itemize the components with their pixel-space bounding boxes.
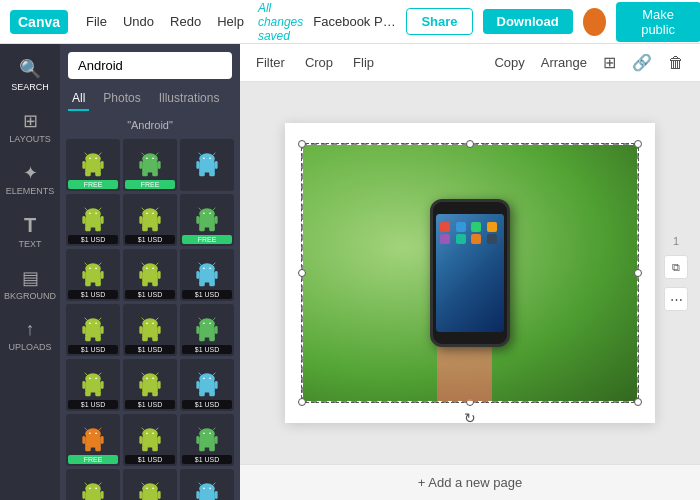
- svg-point-146: [203, 377, 205, 379]
- make-public-button[interactable]: Make public: [616, 2, 700, 42]
- nav-file[interactable]: File: [86, 14, 107, 29]
- search-input[interactable]: [68, 52, 232, 79]
- grid-item[interactable]: $1 USD: [66, 194, 120, 246]
- tab-all[interactable]: All: [68, 87, 89, 111]
- grid-item[interactable]: $1 USD: [66, 249, 120, 301]
- trash-icon[interactable]: 🗑: [668, 54, 684, 72]
- sidebar-item-text[interactable]: T TEXT: [4, 208, 56, 255]
- download-button[interactable]: Download: [483, 9, 573, 34]
- item-badge: $1 USD: [182, 455, 232, 464]
- grid-item[interactable]: FREE: [66, 139, 120, 191]
- svg-rect-201: [199, 491, 215, 500]
- duplicate-page-button[interactable]: ⧉: [664, 255, 688, 279]
- svg-rect-111: [199, 326, 215, 338]
- grid-item[interactable]: $1 USD: [180, 414, 234, 466]
- svg-point-66: [89, 267, 91, 269]
- rotate-handle[interactable]: ↻: [464, 410, 476, 426]
- svg-rect-125: [95, 391, 101, 396]
- svg-rect-91: [85, 326, 101, 338]
- nav-undo[interactable]: Undo: [123, 14, 154, 29]
- grid-item[interactable]: $1 USD: [123, 414, 177, 466]
- search-icon: 🔍: [19, 58, 41, 80]
- svg-rect-84: [199, 281, 205, 286]
- svg-line-98: [85, 318, 88, 321]
- sidebar-item-layouts[interactable]: ⊞ LAYOUTS: [4, 104, 56, 150]
- grid-item[interactable]: $1 USD: [123, 249, 177, 301]
- toolbar-right: Copy Arrange ⊞ 🔗 🗑: [494, 53, 684, 72]
- svg-line-89: [213, 263, 216, 266]
- svg-rect-152: [82, 436, 85, 444]
- toolbar-arrange[interactable]: Arrange: [541, 55, 587, 70]
- toolbar-filter[interactable]: Filter: [256, 55, 285, 70]
- grid-item[interactable]: FREE: [123, 139, 177, 191]
- canvas-image[interactable]: [301, 143, 639, 403]
- grid-item[interactable]: $1 USD: [180, 359, 234, 411]
- svg-rect-4: [85, 171, 91, 176]
- grid-icon[interactable]: ⊞: [603, 53, 616, 72]
- sidebar-item-uploads[interactable]: ↑ UPLOADS: [4, 313, 56, 358]
- android-svg: [136, 316, 164, 344]
- sidebar-label-background: BKGROUND: [4, 291, 56, 301]
- svg-rect-93: [101, 326, 104, 334]
- avatar[interactable]: [583, 8, 606, 36]
- link-icon[interactable]: 🔗: [632, 53, 652, 72]
- doc-title[interactable]: Facebook Post ...: [313, 14, 396, 29]
- add-page-bar: + Add a new page: [240, 464, 700, 500]
- sidebar-item-elements[interactable]: ✦ ELEMENTS: [4, 156, 56, 202]
- android-svg: [79, 151, 107, 179]
- grid-item[interactable]: FREE: [66, 414, 120, 466]
- svg-rect-51: [199, 216, 215, 228]
- grid-item[interactable]: $1 USD: [66, 304, 120, 356]
- svg-line-49: [156, 208, 159, 211]
- svg-rect-162: [139, 436, 142, 444]
- grid-item[interactable]: $1 USD: [66, 469, 120, 500]
- grid-item[interactable]: $1 USD: [180, 304, 234, 356]
- svg-line-189: [99, 483, 102, 486]
- svg-rect-61: [85, 271, 101, 283]
- svg-rect-35: [95, 226, 101, 231]
- svg-rect-2: [82, 161, 85, 169]
- tab-photos[interactable]: Photos: [99, 87, 144, 111]
- brand-logo[interactable]: Canva: [10, 10, 68, 34]
- android-svg: [193, 426, 221, 454]
- svg-line-168: [142, 428, 145, 431]
- android-svg: [79, 426, 107, 454]
- svg-rect-14: [142, 171, 148, 176]
- elements-icon: ✦: [23, 162, 38, 184]
- sidebar-item-search[interactable]: 🔍 SEARCH: [4, 52, 56, 98]
- toolbar-flip[interactable]: Flip: [353, 55, 374, 70]
- grid-item[interactable]: $1 USD: [66, 359, 120, 411]
- grid-item[interactable]: $1 USD: [123, 194, 177, 246]
- svg-line-149: [213, 373, 216, 376]
- svg-line-109: [156, 318, 159, 321]
- share-button[interactable]: Share: [406, 8, 472, 35]
- grid-item[interactable]: $1 USD: [123, 359, 177, 411]
- grid-item[interactable]: $1 USD: [180, 249, 234, 301]
- app-dot: [487, 222, 497, 232]
- tab-illustrations[interactable]: Illustrations: [155, 87, 224, 111]
- grid-item[interactable]: $1 USD: [180, 469, 234, 500]
- nav-redo[interactable]: Redo: [170, 14, 201, 29]
- svg-line-138: [142, 373, 145, 376]
- item-badge: $1 USD: [125, 235, 175, 244]
- svg-point-106: [146, 322, 148, 324]
- canvas-workspace[interactable]: ↻ 1 ⧉ ⋯: [240, 82, 700, 464]
- delete-page-button[interactable]: ⋯: [664, 287, 688, 311]
- item-badge: FREE: [68, 455, 118, 464]
- svg-line-39: [99, 208, 102, 211]
- svg-rect-142: [196, 381, 199, 389]
- grid-item[interactable]: FREE: [180, 194, 234, 246]
- grid-item[interactable]: $1 USD: [123, 304, 177, 356]
- add-page-button[interactable]: + Add a new page: [398, 471, 542, 494]
- svg-point-197: [152, 487, 154, 489]
- sidebar-item-background[interactable]: ▤ BKGROUND: [4, 261, 56, 307]
- toolbar-copy[interactable]: Copy: [494, 55, 524, 70]
- grid-item[interactable]: $1 USD: [123, 469, 177, 500]
- nav-help[interactable]: Help: [217, 14, 244, 29]
- svg-line-8: [85, 153, 88, 156]
- grid-item[interactable]: [180, 139, 234, 191]
- item-badge: FREE: [68, 180, 118, 189]
- toolbar: Filter Crop Flip Copy Arrange ⊞ 🔗 🗑: [240, 44, 700, 82]
- toolbar-crop[interactable]: Crop: [305, 55, 333, 70]
- svg-rect-81: [199, 271, 215, 283]
